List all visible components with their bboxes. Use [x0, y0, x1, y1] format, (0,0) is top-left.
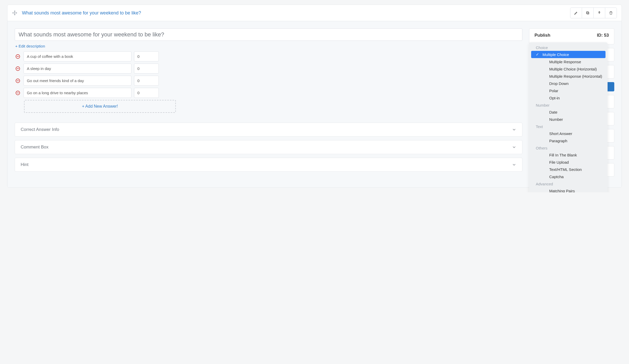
answer-score-input[interactable]	[134, 76, 159, 86]
dropdown-item[interactable]: ✓Multiple Choice (Horizontal)	[531, 65, 606, 73]
answers-list	[15, 51, 522, 98]
answer-score-input[interactable]	[134, 51, 159, 61]
accordion-group: Correct Answer Info Comment Box Hint	[15, 123, 522, 172]
dropdown-group-label: Number	[530, 101, 607, 108]
dropdown-item[interactable]: ✓Multiple Response (Horizontal)	[531, 73, 606, 80]
answer-score-input[interactable]	[134, 88, 159, 98]
chevron-down-icon	[512, 127, 516, 132]
accordion-label: Correct Answer Info	[21, 127, 59, 132]
svg-rect-1	[586, 12, 588, 13]
dropdown-item-label: Text/HTML Section	[542, 167, 582, 172]
answer-text-input[interactable]	[23, 76, 131, 86]
card-header: What sounds most awesome for your weeken…	[7, 5, 622, 21]
dropdown-item-label: Number	[542, 117, 563, 122]
dropdown-item-label: File Upload	[542, 160, 569, 164]
card-body: + Edit description + Add New Answer! C	[7, 21, 622, 187]
dropdown-item[interactable]: ✓Drop Down	[531, 80, 606, 87]
dropdown-item[interactable]: ✓Date	[531, 108, 606, 116]
dropdown-item[interactable]: ✓Captcha	[531, 173, 606, 180]
dropdown-group-label: Advanced	[530, 180, 607, 187]
answer-row	[15, 88, 522, 98]
dropdown-item-label: Date	[542, 110, 557, 114]
editor-column: + Edit description + Add New Answer! C	[15, 28, 522, 180]
dropdown-item[interactable]: ✓Short Answer	[531, 130, 606, 137]
question-id-label: ID: 53	[597, 33, 609, 38]
answer-text-input[interactable]	[23, 64, 131, 74]
question-type-dropdown[interactable]: Choice✓Multiple Choice✓Multiple Response…	[529, 42, 608, 192]
pencil-icon	[574, 11, 578, 15]
accordion-label: Hint	[21, 162, 28, 167]
dropdown-item[interactable]: ✓Number	[531, 116, 606, 123]
dropdown-group-label: Others	[530, 144, 607, 151]
header-toolbar	[570, 7, 617, 18]
dropdown-item[interactable]: ✓Multiple Choice	[531, 51, 606, 58]
dropdown-item-label: Polar	[542, 89, 558, 93]
sidebar-column: Publish ID: 53 Choice✓Multiple Choice✓Mu…	[529, 28, 614, 180]
dropdown-item-label: Matching Pairs	[542, 189, 575, 193]
dropdown-item-label: Multiple Response	[542, 60, 581, 64]
dropdown-item[interactable]: ✓Polar	[531, 87, 606, 94]
dropdown-item[interactable]: ✓File Upload	[531, 159, 606, 166]
dropdown-item[interactable]: ✓Matching Pairs	[531, 187, 606, 192]
dropdown-item-label: Captcha	[542, 175, 564, 179]
delete-button[interactable]	[605, 7, 617, 18]
dropdown-group-label: Text	[530, 123, 607, 130]
svg-rect-0	[587, 12, 589, 14]
dropdown-item-label: Multiple Response (Horizontal)	[542, 74, 602, 78]
drag-handle-icon[interactable]	[12, 10, 17, 15]
publish-label: Publish	[534, 33, 550, 38]
add-new-answer-button[interactable]: + Add New Answer!	[24, 100, 176, 113]
dropdown-item[interactable]: ✓Opt-in	[531, 94, 606, 101]
edit-button[interactable]	[570, 7, 582, 18]
dropdown-item-label: Fill In The Blank	[542, 153, 577, 157]
answer-text-input[interactable]	[23, 51, 131, 61]
question-card: What sounds most awesome for your weeken…	[7, 5, 622, 188]
comment-box-panel[interactable]: Comment Box	[15, 140, 522, 154]
dropdown-item-label: Drop Down	[542, 81, 569, 86]
dropdown-item[interactable]: ✓Multiple Response	[531, 58, 606, 65]
dropdown-item[interactable]: ✓Text/HTML Section	[531, 166, 606, 173]
remove-answer-icon[interactable]	[15, 53, 21, 60]
dropdown-item[interactable]: ✓Fill In The Blank	[531, 151, 606, 159]
answer-score-input[interactable]	[134, 64, 159, 74]
chevron-down-icon	[512, 162, 516, 167]
dropdown-item-label: Short Answer	[542, 131, 572, 136]
answer-row	[15, 64, 522, 74]
collapse-icon	[597, 11, 601, 15]
dropdown-item-label: Paragraph	[542, 139, 567, 143]
dropdown-item[interactable]: ✓Paragraph	[531, 137, 606, 144]
dropdown-item-label: Multiple Choice (Horizontal)	[542, 67, 597, 71]
duplicate-button[interactable]	[582, 7, 594, 18]
copy-icon	[586, 11, 590, 15]
dropdown-group-label: Choice	[530, 44, 607, 51]
trash-icon	[609, 11, 613, 15]
answer-row	[15, 51, 522, 61]
correct-answer-info-panel[interactable]: Correct Answer Info	[15, 123, 522, 137]
question-text-input[interactable]	[15, 28, 522, 41]
chevron-down-icon	[512, 145, 516, 149]
collapse-toggle-button[interactable]	[593, 7, 605, 18]
publish-panel: Publish ID: 53	[529, 28, 614, 44]
question-header-title[interactable]: What sounds most awesome for your weeken…	[22, 10, 570, 16]
edit-description-link[interactable]: + Edit description	[15, 44, 45, 48]
hint-panel[interactable]: Hint	[15, 158, 522, 172]
check-icon: ✓	[536, 52, 540, 57]
dropdown-item-label: Opt-in	[542, 96, 560, 100]
remove-answer-icon[interactable]	[15, 66, 21, 72]
remove-answer-icon[interactable]	[15, 78, 21, 84]
answer-text-input[interactable]	[23, 88, 131, 98]
remove-answer-icon[interactable]	[15, 90, 21, 96]
accordion-label: Comment Box	[21, 145, 49, 150]
dropdown-item-label: Multiple Choice	[542, 52, 569, 57]
answer-row	[15, 76, 522, 86]
